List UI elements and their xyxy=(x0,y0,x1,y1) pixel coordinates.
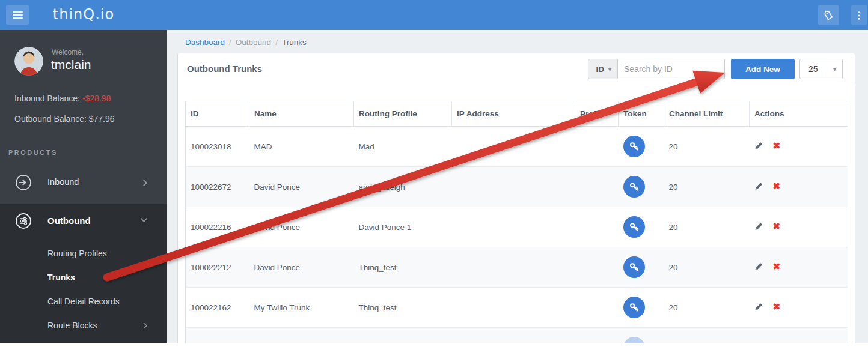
cell-prefix xyxy=(575,247,619,288)
pencil-icon xyxy=(754,142,763,150)
sidebar-subitem-call-detail-records[interactable]: Call Detail Records xyxy=(0,289,167,313)
cell-prefix xyxy=(575,127,619,167)
token-button[interactable] xyxy=(623,256,645,278)
cell-token xyxy=(619,127,664,167)
sidebar-subitem-label: Route Blocks xyxy=(47,321,97,330)
token-button[interactable] xyxy=(623,337,645,343)
column-header-token: Token xyxy=(619,101,664,127)
outbound-icon xyxy=(15,213,32,229)
delete-button[interactable]: ✖ xyxy=(773,302,781,311)
breadcrumb-item-trunks: Trunks xyxy=(282,38,307,47)
cell-channel-limit: 20 xyxy=(664,247,750,288)
row-actions: ✖ xyxy=(754,342,781,343)
search-input[interactable] xyxy=(618,59,725,79)
delete-button[interactable]: ✖ xyxy=(773,342,781,343)
row-actions: ✖ xyxy=(754,222,781,231)
cell-token xyxy=(619,167,664,207)
sidebar-submenu: Routing ProfilesTrunksCall Detail Record… xyxy=(0,241,167,337)
delete-button[interactable]: ✖ xyxy=(773,141,781,150)
column-header-ip-address: IP Address xyxy=(452,101,575,127)
sidebar-outbound-group: Outbound Routing ProfilesTrunksCall Deta… xyxy=(0,204,167,343)
cell-ip-address xyxy=(452,247,575,288)
token-button[interactable] xyxy=(623,176,645,198)
sidebar-item-outbound[interactable]: Outbound xyxy=(0,204,167,238)
sidebar-subitem-label: Trunks xyxy=(47,273,75,282)
app-window: thinQ.io ⋮ Welcome, tmclain Inbound Bala… xyxy=(0,0,868,359)
search-field-label: ID xyxy=(596,65,604,74)
cell-ip-address xyxy=(452,207,575,247)
sidebar-subitem-trunks[interactable]: Trunks xyxy=(0,265,167,289)
cell-id: 100022216 xyxy=(186,207,249,247)
sidebar-item-label: Inbound xyxy=(47,177,79,187)
search-field-select[interactable]: ID ▾ xyxy=(588,59,618,79)
cell-routing-profile: Thinq_test xyxy=(354,247,452,288)
cell-ip-address xyxy=(452,288,575,328)
token-button[interactable] xyxy=(623,136,645,157)
pencil-icon xyxy=(754,182,763,190)
sidebar-subitem-route-blocks[interactable]: Route Blocks xyxy=(0,313,167,337)
edit-button[interactable] xyxy=(754,222,763,231)
user-avatar xyxy=(14,47,43,76)
table-row: 100022110thinq_testThinq_test192.81.236.… xyxy=(186,328,848,344)
table-header-row: IDNameRouting ProfileIP AddressPrefixTok… xyxy=(186,101,848,127)
cell-name: David Ponce xyxy=(249,207,354,247)
pencil-icon xyxy=(754,222,763,231)
delete-button[interactable]: ✖ xyxy=(773,262,781,271)
breadcrumb-item-outbound: Outbound xyxy=(236,38,271,47)
edit-button[interactable] xyxy=(754,343,763,343)
topbar: thinQ.io ⋮ xyxy=(0,0,868,30)
edit-button[interactable] xyxy=(754,262,763,271)
key-icon xyxy=(629,302,640,313)
main-content: Dashboard/Outbound/Trunks Outbound Trunk… xyxy=(167,30,868,343)
table-row: 100022672David Ponceandy_raleigh 20 ✖ xyxy=(186,167,848,207)
cell-routing-profile: andy_raleigh xyxy=(354,167,452,207)
edit-button[interactable] xyxy=(754,142,763,150)
key-icon xyxy=(629,141,640,152)
breadcrumb-item-dashboard[interactable]: Dashboard xyxy=(185,38,225,47)
caret-down-icon: ▾ xyxy=(833,66,836,73)
pencil-icon xyxy=(754,343,763,343)
cell-name: David Ponce xyxy=(249,247,354,288)
key-icon xyxy=(629,222,640,232)
row-actions: ✖ xyxy=(754,302,781,311)
kebab-menu-icon[interactable]: ⋮ xyxy=(851,5,867,25)
sidebar-item-inbound[interactable]: Inbound xyxy=(0,166,167,199)
table-row: 100022162My Twilio TrunkThinq_test 20 ✖ xyxy=(186,288,848,328)
delete-button[interactable]: ✖ xyxy=(773,181,781,190)
delete-button[interactable]: ✖ xyxy=(773,222,781,231)
table-body: 100023018MADMad 20 ✖100022672David Ponce… xyxy=(186,127,848,344)
cell-actions: ✖ xyxy=(750,167,848,207)
add-new-button[interactable]: Add New xyxy=(731,59,795,79)
sidebar-subitem-label: Call Detail Records xyxy=(47,297,120,306)
cell-channel-limit: 20 xyxy=(664,167,750,207)
sidebar-subitem-routing-profiles[interactable]: Routing Profiles xyxy=(0,241,167,265)
cell-prefix xyxy=(575,288,619,328)
edit-button[interactable] xyxy=(754,182,763,190)
column-header-routing-profile: Routing Profile xyxy=(354,101,452,127)
panel-body: IDNameRouting ProfileIP AddressPrefixTok… xyxy=(178,85,855,343)
sidebar-section-header: PRODUCTS xyxy=(8,149,58,156)
page-size-value: 25 xyxy=(808,64,818,74)
chevron-right-icon xyxy=(142,179,148,187)
pencil-icon xyxy=(754,262,763,271)
pencil-icon xyxy=(754,303,763,311)
page-size-select[interactable]: 25 ▾ xyxy=(799,59,843,79)
edit-button[interactable] xyxy=(754,303,763,311)
token-button[interactable] xyxy=(623,216,645,238)
tag-icon[interactable] xyxy=(818,5,839,25)
tag-icon-glyph xyxy=(823,10,834,21)
cell-id: 100023018 xyxy=(186,127,249,167)
column-header-name: Name xyxy=(249,101,354,127)
sidebar-item-label: Outbound xyxy=(47,216,91,226)
app-logo: thinQ.io xyxy=(0,0,167,30)
inbound-balance-value: -$28.98 xyxy=(82,94,111,103)
cell-name: David Ponce xyxy=(249,167,354,207)
cell-id: 100022110 xyxy=(186,328,249,344)
outbound-balance-label: Outbound Balance: xyxy=(14,114,87,124)
key-icon xyxy=(629,262,640,273)
token-button[interactable] xyxy=(623,297,645,318)
cell-ip-address xyxy=(452,127,575,167)
sidebar-subitem-label: Routing Profiles xyxy=(47,249,107,258)
cell-channel-limit: 20 xyxy=(664,207,750,247)
cell-routing-profile: Thinq_test xyxy=(354,288,452,328)
